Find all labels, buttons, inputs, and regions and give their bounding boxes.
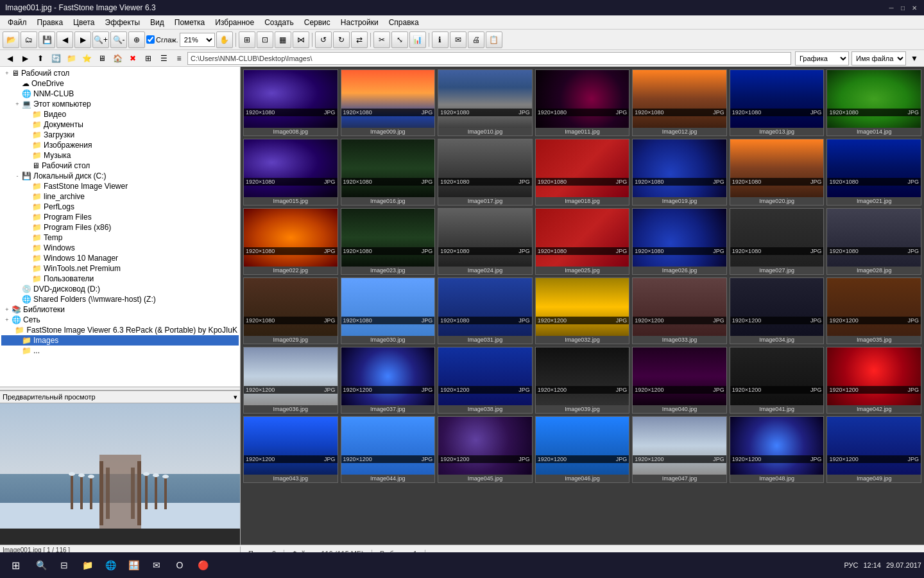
image-thumbnail[interactable]: 1920×1080JPGImage014.jpg xyxy=(826,69,921,136)
tb-compare-btn[interactable]: ⋈ xyxy=(293,31,309,48)
tree-item[interactable]: 📁Видео xyxy=(1,109,239,119)
tree-item[interactable]: 📁Windows xyxy=(1,243,239,253)
image-thumbnail[interactable]: 1920×1200JPGImage049.jpg xyxy=(826,416,921,483)
tree-item[interactable]: 📁Пользователи xyxy=(1,274,239,284)
image-thumbnail[interactable]: 1920×1200JPGImage038.jpg xyxy=(438,347,533,414)
image-thumbnail[interactable]: 1920×1200JPGImage040.jpg xyxy=(632,347,727,414)
tb-save-btn[interactable]: 💾 xyxy=(38,31,55,48)
tb-zoom-circle-btn[interactable]: ⊕ xyxy=(128,31,145,48)
tb-rotate-right-btn[interactable]: ↻ xyxy=(333,31,350,48)
tree-item[interactable]: 📁Загрузки xyxy=(1,130,239,140)
tree-item[interactable]: 📁Images xyxy=(1,335,239,346)
image-thumbnail[interactable]: 1920×1200JPGImage043.jpg xyxy=(243,416,338,483)
image-thumbnail[interactable]: 1920×1200JPGImage044.jpg xyxy=(341,416,436,483)
smooth-checkbox[interactable]: Сглаж. xyxy=(146,35,178,44)
tree-item[interactable]: 💿DVD-дисковод (D:) xyxy=(1,284,239,294)
image-thumbnail[interactable]: 1920×1080JPGImage030.jpg xyxy=(341,277,436,344)
image-thumbnail[interactable]: 1920×1200JPGImage039.jpg xyxy=(535,347,630,414)
menu-effects[interactable]: Эффекты xyxy=(100,17,146,28)
image-thumbnail[interactable]: 1920×1080JPGImage031.jpg xyxy=(438,277,533,344)
image-thumbnail[interactable]: 1920×1200JPGImage036.jpg xyxy=(243,347,338,414)
tree-item[interactable]: 📁Windows 10 Manager xyxy=(1,253,239,263)
preview-toggle[interactable]: ▾ xyxy=(234,393,237,401)
taskbar-mail-btn[interactable]: ✉ xyxy=(146,555,167,575)
minimize-button[interactable]: ─ xyxy=(887,3,896,12)
image-thumbnail[interactable]: 1920×1080JPGImage025.jpg xyxy=(535,208,630,275)
image-thumbnail[interactable]: 1920×1080JPGImage016.jpg xyxy=(341,139,436,206)
taskbar-search-btn[interactable]: 🔍 xyxy=(31,555,51,575)
image-thumbnail[interactable]: 1920×1080JPGImage029.jpg xyxy=(243,277,338,344)
image-thumbnail[interactable]: 1920×1080JPGImage017.jpg xyxy=(438,139,533,206)
tb-fit-btn[interactable]: ⊞ xyxy=(239,31,255,48)
tree-view[interactable]: +🖥Рабочий стол ☁OneDrive 🌐NNM-CLUB+💻Этот… xyxy=(0,67,240,387)
tree-item[interactable]: 📁PerfLogs xyxy=(1,202,239,212)
image-thumbnail[interactable]: 1920×1080JPGImage009.jpg xyxy=(341,69,436,136)
tree-item[interactable]: 🌐Shared Folders (\\vmware-host) (Z:) xyxy=(1,294,239,304)
tree-item[interactable]: 📁FastStone Image Viewer 6.3 RePack (& Po… xyxy=(1,325,239,335)
image-thumbnail[interactable]: 1920×1200JPGImage034.jpg xyxy=(730,277,825,344)
tree-item[interactable]: -💾Локальный диск (C:) xyxy=(1,171,239,181)
taskbar-windows-btn[interactable]: 🪟 xyxy=(123,555,144,575)
taskbar-view-btn[interactable]: ⊟ xyxy=(54,555,74,575)
tb-open-btn[interactable]: 📂 xyxy=(3,31,19,48)
image-thumbnail[interactable]: 1920×1200JPGImage046.jpg xyxy=(535,416,630,483)
image-browser[interactable]: 1920×1080JPGImage008.jpg1920×1080JPGImag… xyxy=(241,67,924,545)
menu-favorites[interactable]: Избранное xyxy=(210,17,259,28)
image-thumbnail[interactable]: 1920×1080JPGImage018.jpg xyxy=(535,139,630,206)
image-thumbnail[interactable]: 1920×1200JPGImage035.jpg xyxy=(826,277,921,344)
nav-back-btn[interactable]: ◀ xyxy=(3,51,17,66)
menu-create[interactable]: Создать xyxy=(259,17,299,28)
nav-folder-btn[interactable]: 📁 xyxy=(64,51,78,66)
tree-item[interactable]: 📁WinTools.net Premium xyxy=(1,263,239,274)
start-button[interactable]: ⊞ xyxy=(3,555,28,575)
taskbar-faststone-btn[interactable]: 🔴 xyxy=(193,555,213,575)
nav-up-btn[interactable]: ⬆ xyxy=(33,51,47,66)
image-thumbnail[interactable]: 1920×1080JPGImage008.jpg xyxy=(243,69,338,136)
menu-settings[interactable]: Настройки xyxy=(336,17,384,28)
image-thumbnail[interactable]: 1920×1200JPGImage041.jpg xyxy=(730,347,825,414)
tb-copy-btn[interactable]: 📋 xyxy=(486,31,502,48)
menu-service[interactable]: Сервис xyxy=(299,17,336,28)
tree-item[interactable]: 📁Изображения xyxy=(1,140,239,150)
tree-item[interactable]: +🌐Сеть xyxy=(1,315,239,325)
nav-desktop-btn[interactable]: 🖥 xyxy=(95,51,109,66)
image-thumbnail[interactable]: 1920×1200JPGImage048.jpg xyxy=(730,416,825,483)
tb-crop-btn[interactable]: ✂ xyxy=(373,31,390,48)
image-thumbnail[interactable]: 1920×1080JPGImage022.jpg xyxy=(243,208,338,275)
tb-prev-folder-btn[interactable]: ◀ xyxy=(56,31,73,48)
nav-fav-btn[interactable]: ⭐ xyxy=(80,51,94,66)
image-thumbnail[interactable]: 1920×1080JPGImage015.jpg xyxy=(243,139,338,206)
image-thumbnail[interactable]: 1920×1080JPGImage019.jpg xyxy=(632,139,727,206)
image-thumbnail[interactable]: 1920×1080JPGImage023.jpg xyxy=(341,208,436,275)
tb-next-folder-btn[interactable]: ▶ xyxy=(74,31,91,48)
tree-item[interactable]: 📁Temp xyxy=(1,232,239,243)
tree-item[interactable]: +💻Этот компьютер xyxy=(1,99,239,109)
nav-list-btn[interactable]: ☰ xyxy=(157,51,171,66)
tb-info-btn[interactable]: ℹ xyxy=(432,31,449,48)
menu-colors[interactable]: Цвета xyxy=(68,17,99,28)
tree-item[interactable]: 📁... xyxy=(1,346,239,356)
tree-item[interactable]: 📁Program Files xyxy=(1,212,239,222)
nav-sort-dir-btn[interactable]: ▼ xyxy=(907,51,921,66)
tb-print-btn[interactable]: 🖨 xyxy=(468,31,484,48)
tree-item[interactable]: 📁Program Files (x86) xyxy=(1,222,239,232)
image-thumbnail[interactable]: 1920×1200JPGImage047.jpg xyxy=(632,416,727,483)
nav-home-btn[interactable]: 🏠 xyxy=(110,51,124,66)
tb-email-btn[interactable]: ✉ xyxy=(450,31,466,48)
zoom-select[interactable]: 21% 50% 100% xyxy=(180,33,215,47)
tree-item[interactable]: 🖥Рабочий стол xyxy=(1,161,239,171)
image-thumbnail[interactable]: 1920×1080JPGImage013.jpg xyxy=(730,69,825,136)
nav-stop-btn[interactable]: ✖ xyxy=(126,51,140,66)
image-thumbnail[interactable]: 1920×1080JPGImage027.jpg xyxy=(730,208,825,275)
tree-item[interactable]: +📚Библиотеки xyxy=(1,304,239,315)
image-thumbnail[interactable]: 1920×1200JPGImage032.jpg xyxy=(535,277,630,344)
tree-item[interactable]: ☁OneDrive xyxy=(1,78,239,89)
sort-select[interactable]: Имя файла Дата Размер xyxy=(851,51,906,66)
image-thumbnail[interactable]: 1920×1080JPGImage024.jpg xyxy=(438,208,533,275)
image-thumbnail[interactable]: 1920×1200JPGImage045.jpg xyxy=(438,416,533,483)
nav-grid-btn[interactable]: ⊞ xyxy=(141,51,155,66)
close-button[interactable]: ✕ xyxy=(910,3,919,12)
image-thumbnail[interactable]: 1920×1200JPGImage033.jpg xyxy=(632,277,727,344)
image-thumbnail[interactable]: 1920×1080JPGImage011.jpg xyxy=(535,69,630,136)
maximize-button[interactable]: □ xyxy=(898,3,907,12)
